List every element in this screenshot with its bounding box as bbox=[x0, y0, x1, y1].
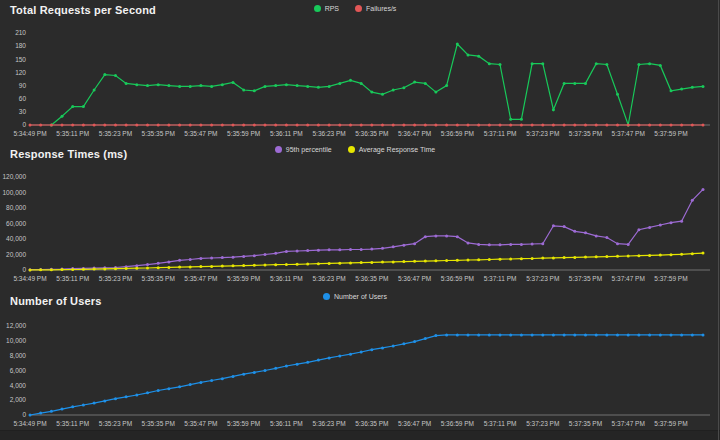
data-point bbox=[595, 62, 598, 65]
x-tick-label: 5:37:47 PM bbox=[612, 275, 645, 282]
data-point bbox=[467, 53, 470, 56]
data-point bbox=[670, 333, 673, 336]
y-tick-label: 90 bbox=[19, 82, 27, 89]
x-tick-label: 5:37:59 PM bbox=[654, 130, 687, 137]
series-line-average-response-time bbox=[30, 253, 703, 270]
data-point bbox=[274, 84, 277, 87]
data-point bbox=[306, 85, 309, 88]
legend-item-average-response-time[interactable]: Average Response Time bbox=[348, 146, 436, 153]
data-point bbox=[253, 89, 256, 92]
data-point bbox=[691, 252, 694, 255]
data-point bbox=[221, 83, 224, 86]
x-tick-label: 5:36:11 PM bbox=[270, 130, 303, 137]
x-tick-label: 5:36:59 PM bbox=[441, 130, 474, 137]
data-point bbox=[317, 359, 320, 362]
y-tick-label: 20,000 bbox=[6, 251, 26, 258]
x-tick-label: 5:35:35 PM bbox=[142, 420, 175, 427]
data-point bbox=[178, 85, 181, 88]
data-point bbox=[434, 91, 437, 94]
data-point bbox=[499, 333, 502, 336]
data-point bbox=[659, 64, 662, 67]
legend-dot-number-of-users bbox=[323, 293, 330, 300]
data-point bbox=[370, 124, 373, 127]
legend-item-number-of-users[interactable]: Number of Users bbox=[323, 293, 387, 300]
data-point bbox=[306, 124, 309, 127]
data-point bbox=[445, 124, 448, 127]
data-point bbox=[189, 85, 192, 88]
data-point bbox=[210, 379, 213, 382]
data-point bbox=[210, 265, 213, 268]
x-tick-label: 5:36:11 PM bbox=[270, 275, 303, 282]
legend-item-95th-percentile[interactable]: 95th percentile bbox=[275, 146, 332, 153]
data-point bbox=[702, 124, 705, 127]
data-point bbox=[531, 257, 534, 260]
data-point bbox=[178, 124, 181, 127]
x-tick-label: 5:35:23 PM bbox=[99, 275, 132, 282]
data-point bbox=[349, 248, 352, 251]
data-point bbox=[50, 124, 53, 127]
x-tick-label: 5:37:23 PM bbox=[526, 275, 559, 282]
series-points-number-of-users bbox=[29, 333, 705, 416]
data-point bbox=[360, 261, 363, 264]
data-point bbox=[520, 124, 523, 127]
data-point bbox=[135, 267, 138, 270]
data-point bbox=[552, 333, 555, 336]
data-point bbox=[531, 62, 534, 65]
chart-section-number-of-users: Number of Users Number of Users 02,0004,… bbox=[0, 290, 720, 440]
response-times-chart-plot[interactable]: 020,00040,00060,00080,000100,000120,0005… bbox=[0, 140, 720, 290]
data-point bbox=[82, 105, 85, 108]
series-points-rps bbox=[50, 43, 705, 127]
data-point bbox=[285, 365, 288, 368]
data-point bbox=[370, 91, 373, 94]
data-point bbox=[563, 333, 566, 336]
data-point bbox=[477, 258, 480, 261]
data-point bbox=[285, 250, 288, 253]
data-point bbox=[541, 124, 544, 127]
data-point bbox=[402, 342, 405, 345]
data-point bbox=[467, 241, 470, 244]
data-point bbox=[477, 124, 480, 127]
data-point bbox=[167, 84, 170, 87]
rps-chart-plot[interactable]: 03060901201501802105:34:49 PM5:35:11 PM5… bbox=[0, 0, 720, 140]
data-point bbox=[680, 88, 683, 91]
x-tick-label: 5:37:47 PM bbox=[612, 130, 645, 137]
data-point bbox=[135, 394, 138, 397]
legend-label: Failures/s bbox=[366, 5, 396, 12]
x-tick-label: 5:36:47 PM bbox=[398, 130, 431, 137]
data-point bbox=[349, 79, 352, 82]
users-chart-plot[interactable]: 02,0004,0006,0008,00010,00012,0005:34:49… bbox=[0, 290, 720, 440]
data-point bbox=[135, 124, 138, 127]
data-point bbox=[616, 124, 619, 127]
data-point bbox=[338, 355, 341, 358]
data-point bbox=[82, 404, 85, 407]
data-point bbox=[702, 252, 705, 255]
y-tick-label: 100,000 bbox=[3, 189, 27, 196]
data-point bbox=[146, 391, 149, 394]
data-point bbox=[178, 259, 181, 262]
data-point bbox=[424, 82, 427, 85]
data-point bbox=[541, 242, 544, 245]
x-tick-label: 5:36:23 PM bbox=[312, 275, 345, 282]
data-point bbox=[445, 259, 448, 262]
series-line-95th-percentile bbox=[30, 189, 703, 269]
data-point bbox=[477, 55, 480, 58]
data-point bbox=[360, 82, 363, 85]
data-point bbox=[71, 124, 74, 127]
data-point bbox=[39, 268, 42, 271]
data-point bbox=[702, 188, 705, 191]
data-point bbox=[413, 242, 416, 245]
x-tick-label: 5:35:23 PM bbox=[99, 130, 132, 137]
data-point bbox=[392, 124, 395, 127]
data-point bbox=[573, 124, 576, 127]
data-point bbox=[509, 118, 512, 121]
x-tick-label: 5:36:35 PM bbox=[355, 420, 388, 427]
data-point bbox=[392, 260, 395, 263]
data-point bbox=[467, 124, 470, 127]
legend-item-rps[interactable]: RPS bbox=[314, 5, 339, 12]
data-point bbox=[264, 369, 267, 372]
data-point bbox=[221, 265, 224, 268]
data-point bbox=[434, 124, 437, 127]
legend-label: Average Response Time bbox=[359, 146, 436, 153]
legend-item-failures-s[interactable]: Failures/s bbox=[355, 5, 396, 12]
data-point bbox=[370, 261, 373, 264]
